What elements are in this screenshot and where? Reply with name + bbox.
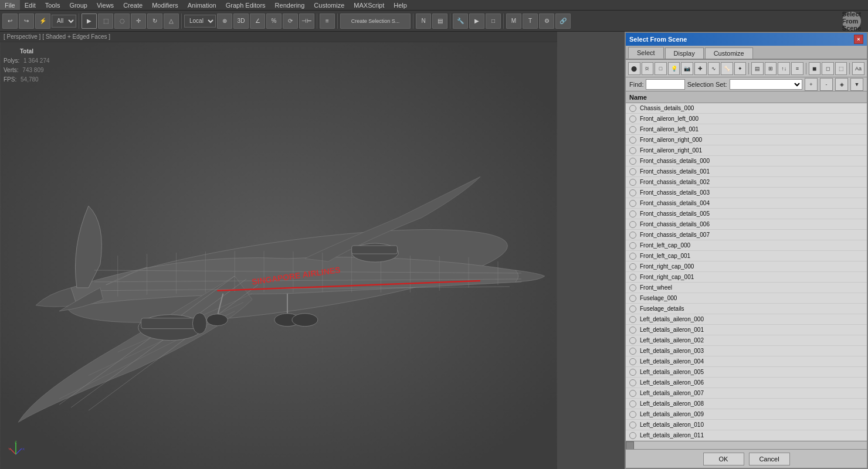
object-row[interactable]: Front_wheel — [626, 283, 867, 293]
find-icon-highlight[interactable]: ◈ — [835, 78, 848, 91]
object-row[interactable]: Front_chassis_details_006 — [626, 219, 867, 230]
tab-display[interactable]: Display — [665, 47, 704, 59]
find-icon-minus[interactable]: - — [820, 78, 833, 91]
mirror-btn[interactable]: ⊣⊢ — [299, 13, 314, 29]
render-setup-btn[interactable]: 🔧 — [453, 13, 468, 29]
select-region-btn[interactable]: ⬚ — [98, 13, 113, 29]
dialog-icon-light[interactable]: 💡 — [668, 62, 680, 75]
dialog-icon-sort1[interactable]: ↑↓ — [778, 62, 790, 75]
object-row[interactable]: Front_aileron_left_000 — [626, 114, 867, 124]
object-row[interactable]: Fuselage_000 — [626, 293, 867, 304]
menu-graph-editors[interactable]: Graph Editors — [221, 0, 270, 10]
object-row[interactable]: Fuselage_details — [626, 304, 867, 314]
menu-edit[interactable]: Edit — [20, 0, 40, 10]
viewport-canvas[interactable]: SINGAPORE AIRLINES Total Polys: 1 364 27… — [0, 42, 557, 469]
menu-rendering[interactable]: Rendering — [270, 0, 310, 10]
bottom-scrollbar[interactable] — [626, 441, 867, 449]
cancel-button[interactable]: Cancel — [749, 453, 790, 465]
select-btn[interactable]: ▶ — [82, 13, 97, 29]
dialog-icon-particle[interactable]: ✦ — [734, 62, 747, 75]
menu-tools[interactable]: Tools — [40, 0, 65, 10]
dialog-icon-helper[interactable]: ✚ — [694, 62, 707, 75]
find-icon-options[interactable]: ▼ — [850, 78, 863, 91]
find-input[interactable] — [646, 79, 684, 90]
object-row[interactable]: Front_chassis_details_005 — [626, 209, 867, 219]
object-row[interactable]: Left_details_aileron_004 — [626, 356, 867, 367]
object-row[interactable]: Left_details_aileron_011 — [626, 430, 867, 441]
dialog-icon-layer[interactable]: ▤ — [751, 62, 764, 75]
snap-3d-btn[interactable]: 3D — [233, 13, 249, 29]
object-row[interactable]: Front_chassis_details_001 — [626, 166, 867, 177]
menu-create[interactable]: Create — [118, 0, 147, 10]
dialog-icon-sort2[interactable]: ≡ — [791, 62, 803, 75]
create-selection-btn[interactable]: Create Selection S... — [340, 13, 411, 29]
render-btn[interactable]: ▶ — [469, 13, 484, 29]
align-btn[interactable]: ≡ — [320, 13, 335, 29]
tab-select[interactable]: Select — [628, 47, 664, 59]
object-row[interactable]: Front_left_cap_001 — [626, 251, 867, 261]
dialog-icon-sphere[interactable]: ⬤ — [628, 62, 640, 75]
object-row[interactable]: Left_details_aileron_005 — [626, 367, 867, 378]
tab-customize[interactable]: Customize — [705, 47, 753, 59]
select-all-dropdown[interactable]: All — [52, 15, 76, 28]
object-row[interactable]: Front_chassis_details_007 — [626, 230, 867, 240]
dialog-icon-none[interactable]: ◻ — [822, 62, 834, 75]
object-row[interactable]: Front_right_cap_000 — [626, 261, 867, 272]
bottom-scroll-thumb[interactable] — [626, 441, 634, 450]
snap-spinner-btn[interactable]: ⟳ — [283, 13, 298, 29]
select-lasso-btn[interactable]: ◌ — [114, 13, 130, 29]
menu-customize[interactable]: Customize — [309, 0, 349, 10]
object-row[interactable]: Left_details_aileron_001 — [626, 325, 867, 335]
ok-button[interactable]: OK — [703, 453, 744, 465]
menu-group[interactable]: Group — [65, 0, 92, 10]
object-row[interactable]: Left_details_aileron_009 — [626, 409, 867, 420]
snap-pct-btn[interactable]: % — [266, 13, 282, 29]
menu-help[interactable]: Help — [389, 0, 412, 10]
dialog-icon-all[interactable]: ◼ — [809, 62, 821, 75]
object-list[interactable]: Chassis_details_000Front_aileron_left_00… — [626, 103, 867, 441]
object-row[interactable]: Left_details_aileron_003 — [626, 346, 867, 356]
mat-editor-btn[interactable]: M — [506, 13, 521, 29]
undo-btn[interactable]: ↩ — [2, 13, 18, 29]
redo-btn[interactable]: ↪ — [19, 13, 34, 29]
object-row[interactable]: Front_chassis_details_002 — [626, 177, 867, 188]
reference-coord-dropdown[interactable]: Local — [184, 15, 216, 28]
object-row[interactable]: Front_aileron_right_000 — [626, 135, 867, 145]
selection-set-dropdown[interactable] — [730, 79, 802, 90]
rotate-btn[interactable]: ↻ — [147, 13, 162, 29]
object-row[interactable]: Chassis_details_000 — [626, 103, 867, 114]
user-avatar[interactable]: Select From Scene — [842, 12, 861, 30]
dialog-icon-hier[interactable]: ⊞ — [765, 62, 777, 75]
scale-btn[interactable]: △ — [164, 13, 179, 29]
named-sel-btn[interactable]: N — [416, 13, 431, 29]
extra-btn2[interactable]: 🔗 — [555, 13, 571, 29]
object-row[interactable]: Front_right_cap_001 — [626, 272, 867, 283]
dialog-icon-box[interactable]: □ — [655, 62, 667, 75]
dialog-icon-filter[interactable]: ⛭ — [642, 62, 654, 75]
menu-modifiers[interactable]: Modifiers — [147, 0, 183, 10]
extra-btn1[interactable]: ⚙ — [539, 13, 554, 29]
pivot-btn[interactable]: ⊕ — [217, 13, 232, 29]
object-row[interactable]: Front_aileron_left_001 — [626, 124, 867, 135]
move-btn[interactable]: ✛ — [131, 13, 146, 29]
object-row[interactable]: Front_aileron_right_001 — [626, 145, 867, 156]
snap-angle-btn[interactable]: ∠ — [250, 13, 265, 29]
layer-btn[interactable]: ▤ — [432, 13, 447, 29]
object-row[interactable]: Left_details_aileron_008 — [626, 399, 867, 409]
texture-btn[interactable]: T — [523, 13, 538, 29]
menu-file[interactable]: File — [0, 0, 20, 10]
object-row[interactable]: Left_details_aileron_000 — [626, 314, 867, 325]
select-filter-btn[interactable]: ⚡ — [35, 13, 50, 29]
dialog-icon-bone[interactable]: 🦴 — [721, 62, 733, 75]
object-row[interactable]: Left_details_aileron_002 — [626, 335, 867, 346]
find-icon-add[interactable]: + — [805, 78, 818, 91]
object-row[interactable]: Front_chassis_details_000 — [626, 156, 867, 166]
menu-maxscript[interactable]: MAXScript — [349, 0, 389, 10]
dialog-icon-case[interactable]: Aa — [852, 62, 864, 75]
menu-views[interactable]: Views — [92, 0, 118, 10]
menu-animation[interactable]: Animation — [183, 0, 221, 10]
object-row[interactable]: Front_left_cap_000 — [626, 240, 867, 251]
dialog-close-button[interactable]: × — [854, 35, 863, 44]
object-row[interactable]: Front_chassis_details_004 — [626, 198, 867, 209]
object-row[interactable]: Left_details_aileron_007 — [626, 388, 867, 399]
